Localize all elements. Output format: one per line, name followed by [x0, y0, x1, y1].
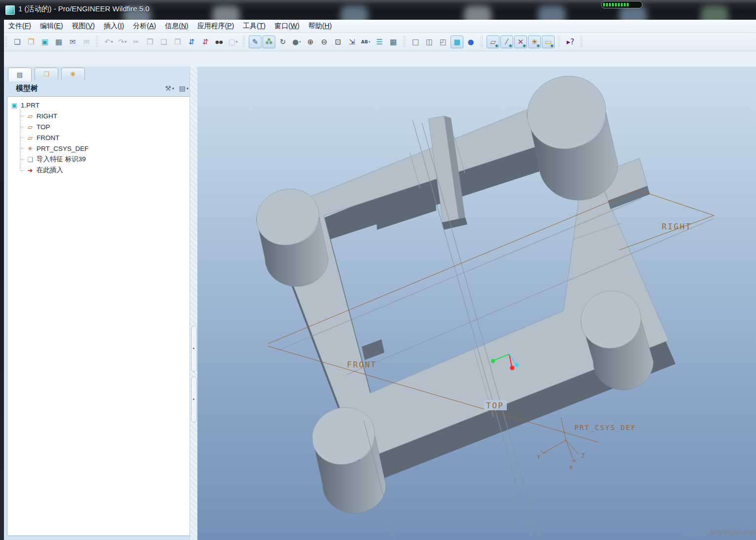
menu-view[interactable]: 视图(V) [68, 20, 100, 32]
find-button[interactable]: ●● [213, 36, 226, 48]
datum-plane-icon: ▱ [25, 123, 35, 131]
view-manager-button[interactable]: ▦ [387, 36, 400, 48]
tree-item-insert-here[interactable]: ➔在此插入 [9, 165, 188, 176]
eye-badge-icon: ◉ [509, 44, 512, 48]
wireframe-button[interactable]: □ [409, 36, 422, 48]
tree-item-part[interactable]: ▣1.PRT [9, 100, 188, 110]
refit-button[interactable]: ⊡ [332, 36, 344, 48]
zoom-out-button[interactable]: ⊖ [318, 36, 331, 48]
save-button[interactable]: ▣ [38, 36, 51, 48]
tab-folder-browser[interactable]: ❒ [35, 68, 58, 80]
part-icon: ▣ [9, 102, 19, 109]
tree-item-top-plane[interactable]: ▱TOP [9, 121, 188, 132]
menu-help[interactable]: 帮助(H) [304, 20, 336, 32]
part-model[interactable] [249, 67, 676, 513]
menu-file[interactable]: 文件(F) [4, 20, 36, 32]
dropdown-arrow-icon[interactable]: ▾ [369, 40, 371, 44]
menu-analysis[interactable]: 分析(A) [129, 20, 161, 32]
menu-insert[interactable]: 插入(I) [99, 20, 128, 32]
no-hidden-button[interactable]: ◰ [437, 36, 450, 48]
point-display-button[interactable]: ✕◉ [514, 36, 527, 48]
dropdown-arrow-icon[interactable]: ▾ [236, 40, 238, 44]
reorient-button[interactable]: ⇲ [345, 36, 358, 48]
repaint-button[interactable]: ✎ [249, 36, 262, 48]
navigator-tabs: ▤❒✱ [8, 68, 85, 80]
splitter-handle[interactable] [191, 376, 197, 423]
toolbar-grip [96, 36, 99, 48]
import-feature-icon: ❑ [25, 156, 35, 163]
copy-icon: ❐ [147, 38, 153, 46]
dropdown-arrow-icon[interactable]: ▾ [111, 40, 113, 44]
orient-mode-button[interactable]: ↻ [276, 36, 289, 48]
wireframe-cube-icon: □ [412, 38, 419, 46]
realism-button[interactable]: ● [464, 36, 477, 48]
tab-favorites[interactable]: ✱ [61, 68, 85, 80]
display-style-button[interactable]: ●▾ [290, 36, 303, 48]
tree-item-part-label: 1.PRT [21, 102, 39, 109]
shaded-button[interactable]: ■ [451, 36, 463, 48]
tree-display-button[interactable]: ▤▾ [179, 84, 189, 92]
printer-icon: ▦ [55, 38, 62, 46]
new-file-icon: ❏ [14, 38, 20, 46]
right-plane-label[interactable]: RIGHT [662, 222, 692, 231]
hidden-line-button[interactable]: ◫ [423, 36, 436, 48]
model-tree: ▣1.PRT▱RIGHT▱TOP▱FRONT✳PRT_CSYS_DEF❑导入特征… [7, 96, 190, 536]
tree-item-csys[interactable]: ✳PRT_CSYS_DEF [9, 143, 188, 154]
cut-button: ✂ [130, 36, 143, 48]
tree-item-import-feature-label: 导入特征 标识39 [37, 155, 86, 164]
panel-splitter[interactable] [189, 67, 197, 540]
tree-item-front-plane[interactable]: ▱FRONT [9, 132, 188, 143]
select-box-button: ▢▾ [227, 36, 239, 48]
tree-item-import-feature[interactable]: ❑导入特征 标识39 [9, 154, 188, 165]
new-file-button[interactable]: ❏ [11, 36, 24, 48]
regenerate-button[interactable]: ⇵ [185, 36, 198, 48]
menu-tools[interactable]: 工具(T) [238, 20, 270, 32]
spin-center-button[interactable]: ⁂ [263, 36, 275, 48]
realism-sphere-icon: ● [467, 38, 474, 46]
email-button[interactable]: ✉ [66, 36, 79, 48]
custom-regenerate-button[interactable]: ⇵ [199, 36, 212, 48]
datum-plane-display-button[interactable]: ▱◉ [487, 36, 499, 48]
dropdown-arrow-icon[interactable]: ▾ [125, 40, 127, 44]
csys-display-button[interactable]: ✳◉ [528, 36, 541, 48]
window-icon[interactable] [5, 5, 15, 15]
toolbar-gap [0, 51, 756, 67]
front-plane-label[interactable]: FRONT [347, 360, 377, 369]
datum-axis-display-button[interactable]: ⁄◉ [500, 36, 513, 48]
tab-model-tree[interactable]: ▤ [8, 68, 32, 81]
tree-item-right-plane[interactable]: ▱RIGHT [9, 110, 188, 121]
menu-applications[interactable]: 应用程序(P) [193, 20, 239, 32]
print-button[interactable]: ▦ [52, 36, 65, 48]
open-button[interactable]: ❐ [25, 36, 38, 48]
toolbar-grip [580, 36, 583, 48]
top-plane-label[interactable]: TOP [486, 401, 504, 410]
window-left-edge [0, 20, 4, 540]
dropdown-arrow-icon[interactable]: ▾ [172, 86, 174, 91]
layers-button[interactable]: ☰ [373, 36, 386, 48]
annotation-display-button[interactable]: ▭◉ [542, 36, 555, 48]
tree-settings-button[interactable]: ⚒▾ [165, 84, 174, 92]
menu-info[interactable]: 信息(N) [160, 20, 192, 32]
view-manager-icon: ▦ [390, 38, 397, 46]
csys-axis-label: Y [537, 454, 541, 461]
envelope-link-icon: ✉ [83, 38, 90, 46]
eye-badge-icon: ◉ [550, 44, 554, 48]
menu-edit[interactable]: 编辑(E) [36, 20, 68, 32]
application-window: 1 (活动的) - Pro/ENGINEER Wildfire 5.0 文件(F… [0, 0, 756, 540]
repaint-icon: ✎ [252, 38, 259, 46]
splitter-handle[interactable] [191, 325, 197, 372]
reorient-icon: ⇲ [349, 38, 355, 46]
tree-item-insert-here-label: 在此插入 [37, 166, 63, 175]
spin-center-icon: ⁂ [265, 38, 273, 46]
tree-item-csys-label: PRT_CSYS_DEF [37, 145, 89, 152]
context-help-button[interactable]: ▸? [564, 36, 577, 48]
viewport-3d[interactable]: Y Z x RIGHT FRONT TOP PRT_CSYS_DEF mysip… [197, 67, 756, 540]
saved-views-button[interactable]: AB▾ [359, 36, 372, 48]
taskbar-blur-blob [701, 6, 728, 20]
dropdown-arrow-icon[interactable]: ▾ [299, 40, 301, 44]
zoom-in-button[interactable]: ⊕ [304, 36, 317, 48]
csys-icon: ✳ [25, 145, 35, 152]
csys-label[interactable]: PRT_CSYS_DEF [574, 424, 636, 432]
dropdown-arrow-icon[interactable]: ▾ [187, 86, 189, 91]
menu-window[interactable]: 窗口(W) [270, 20, 304, 32]
